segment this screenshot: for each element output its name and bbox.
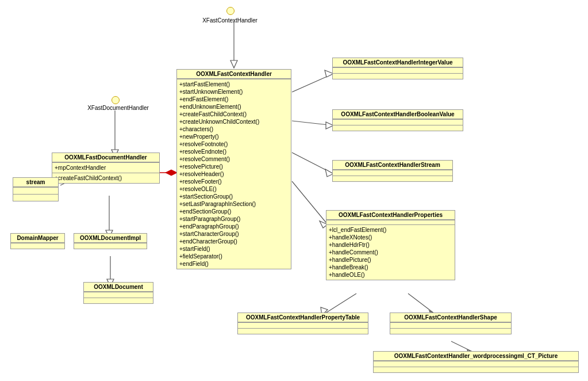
OOXMLDocument-section1 bbox=[84, 292, 153, 298]
OOXMLFastContextHandler-wordprocessingml-CT-Picture-section1 bbox=[374, 361, 578, 367]
OOXMLFastContextHandlerShape-box: OOXMLFastContextHandlerShape bbox=[390, 313, 512, 334]
OOXMLFastDocumentHandler-fields: +mpContextHandler bbox=[52, 162, 159, 173]
OOXMLFastContextHandlerStream-section1 bbox=[333, 170, 452, 176]
svg-line-18 bbox=[292, 181, 328, 224]
svg-marker-1 bbox=[230, 60, 237, 68]
xfast-document-handler-label: XFastDocumentHandler bbox=[74, 105, 163, 111]
OOXMLDocument-section2 bbox=[84, 298, 153, 303]
xfast-context-handler-circle bbox=[226, 7, 235, 15]
diagram-container: XFastContextHandler XFastDocumentHandler… bbox=[0, 0, 588, 381]
OOXMLFastContextHandlerProperties-title: OOXMLFastContextHandlerProperties bbox=[326, 211, 455, 220]
OOXMLFastContextHandlerBooleanValue-section2 bbox=[333, 125, 463, 131]
stream-section2 bbox=[13, 194, 58, 201]
OOXMLFastContextHandlerShape-section1 bbox=[390, 322, 511, 328]
svg-line-14 bbox=[292, 121, 333, 125]
OOXMLFastContextHandlerShape-title: OOXMLFastContextHandlerShape bbox=[390, 313, 511, 322]
OOXMLFastContextHandler-wordprocessingml-CT-Picture-box: OOXMLFastContextHandler_wordprocessingml… bbox=[373, 351, 579, 373]
OOXMLFastContextHandlerIntegerValue-box: OOXMLFastContextHandlerIntegerValue bbox=[332, 58, 463, 79]
OOXMLFastDocumentHandler-title: OOXMLFastDocumentHandler bbox=[52, 153, 159, 162]
OOXMLDocument-title: OOXMLDocument bbox=[84, 283, 153, 292]
OOXMLFastContextHandlerPropertyTable-box: OOXMLFastContextHandlerPropertyTable bbox=[237, 313, 368, 334]
DomainMapper-box: DomainMapper bbox=[10, 233, 65, 249]
OOXMLFastContextHandler-wordprocessingml-CT-Picture-section2 bbox=[374, 367, 578, 372]
OOXMLDocumentImpl-title: OOXMLDocumentImpl bbox=[74, 234, 147, 243]
OOXMLFastContextHandlerProperties-section1 bbox=[326, 220, 455, 224]
OOXMLFastContextHandlerBooleanValue-box: OOXMLFastContextHandlerBooleanValue bbox=[332, 109, 463, 131]
OOXMLFastContextHandler-wordprocessingml-CT-Picture-title: OOXMLFastContextHandler_wordprocessingml… bbox=[374, 352, 578, 361]
OOXMLFastContextHandlerStream-title: OOXMLFastContextHandlerStream bbox=[333, 161, 452, 170]
stream-box: stream bbox=[13, 177, 59, 201]
OOXMLFastContextHandlerPropertyTable-section2 bbox=[238, 328, 368, 334]
svg-line-16 bbox=[292, 153, 333, 174]
xfast-document-handler-circle bbox=[112, 96, 120, 104]
OOXMLFastContextHandlerBooleanValue-title: OOXMLFastContextHandlerBooleanValue bbox=[333, 110, 463, 119]
DomainMapper-title: DomainMapper bbox=[11, 234, 64, 243]
OOXMLFastContextHandlerShape-section2 bbox=[390, 328, 511, 334]
OOXMLFastContextHandlerPropertyTable-title: OOXMLFastContextHandlerPropertyTable bbox=[238, 313, 368, 322]
xfast-context-handler-label: XFastContextHandler bbox=[184, 17, 276, 24]
OOXMLFastDocumentHandler-box: OOXMLFastDocumentHandler +mpContextHandl… bbox=[52, 153, 160, 184]
OOXMLFastContextHandlerStream-section2 bbox=[333, 176, 452, 181]
OOXMLFastContextHandlerStream-box: OOXMLFastContextHandlerStream bbox=[332, 160, 453, 182]
OOXMLFastContextHandlerBooleanValue-section1 bbox=[333, 119, 463, 125]
OOXMLFastContextHandlerProperties-box: OOXMLFastContextHandlerProperties +lcl_e… bbox=[326, 210, 455, 280]
svg-line-12 bbox=[292, 74, 333, 92]
OOXMLDocumentImpl-section bbox=[74, 243, 147, 249]
OOXMLDocument-box: OOXMLDocument bbox=[83, 282, 153, 304]
svg-marker-11 bbox=[166, 170, 177, 176]
OOXMLFastContextHandlerIntegerValue-section1 bbox=[333, 67, 463, 73]
OOXMLFastContextHandler-title: OOXMLFastContextHandler bbox=[177, 70, 291, 79]
OOXMLFastContextHandler-box: OOXMLFastContextHandler +startFastElemen… bbox=[176, 69, 291, 269]
DomainMapper-section bbox=[11, 243, 64, 249]
OOXMLFastContextHandlerPropertyTable-section1 bbox=[238, 322, 368, 328]
OOXMLFastContextHandlerIntegerValue-section2 bbox=[333, 73, 463, 79]
stream-title: stream bbox=[13, 178, 58, 187]
OOXMLFastContextHandlerProperties-methods: +lcl_endFastElement() +handleXNotes() +h… bbox=[326, 224, 455, 280]
OOXMLFastDocumentHandler-methods: +createFastChildContext() bbox=[52, 173, 159, 183]
OOXMLFastContextHandlerIntegerValue-title: OOXMLFastContextHandlerIntegerValue bbox=[333, 58, 463, 67]
stream-section1 bbox=[13, 187, 58, 194]
OOXMLDocumentImpl-box: OOXMLDocumentImpl bbox=[74, 233, 147, 249]
OOXMLFastContextHandler-methods: +startFastElement() +startUnknownElement… bbox=[177, 79, 291, 269]
